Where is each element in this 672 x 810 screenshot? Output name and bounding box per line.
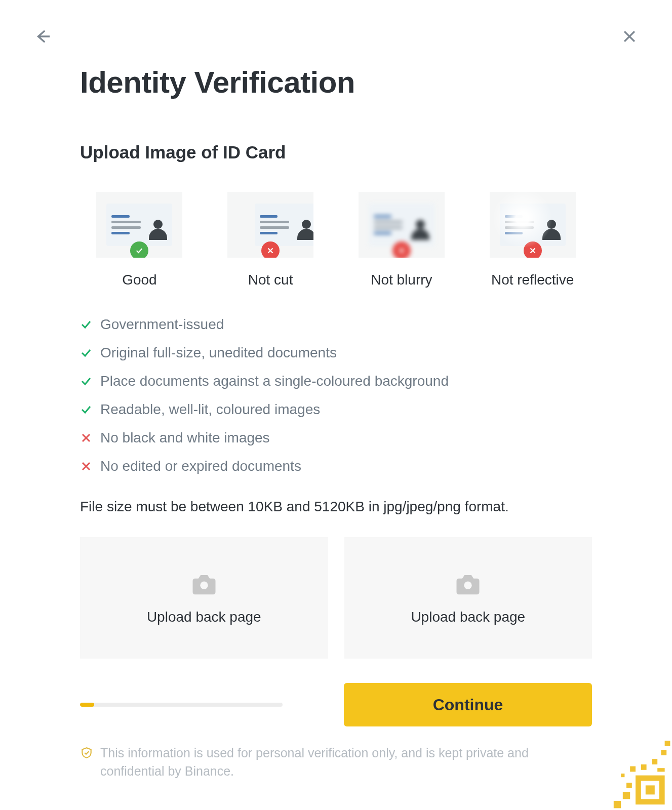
upload-front-label: Upload back page	[147, 609, 261, 625]
svg-rect-9	[652, 759, 657, 764]
progress-bar	[80, 703, 283, 707]
svg-point-0	[200, 582, 208, 589]
page-title: Identity Verification	[80, 65, 592, 100]
example-good: Good	[80, 192, 199, 288]
check-icon	[80, 347, 92, 359]
requirement-text: Government-issued	[100, 316, 224, 333]
camera-icon	[190, 571, 218, 595]
file-size-note: File size must be between 10KB and 5120K…	[80, 499, 592, 515]
example-not-cut: Not cut	[211, 192, 330, 288]
requirement-text: Readable, well-lit, coloured images	[100, 401, 320, 418]
svg-rect-14	[621, 774, 624, 777]
x-icon	[392, 241, 411, 258]
section-title: Upload Image of ID Card	[80, 142, 592, 163]
svg-rect-12	[657, 768, 664, 772]
requirement-item: Readable, well-lit, coloured images	[80, 401, 592, 418]
svg-rect-10	[661, 750, 666, 755]
svg-rect-11	[665, 741, 670, 746]
privacy-note: This information is used for personal ve…	[100, 744, 592, 781]
svg-rect-8	[641, 764, 647, 770]
requirement-text: No black and white images	[100, 430, 270, 446]
check-icon	[80, 375, 92, 387]
upload-back-box[interactable]: Upload back page	[344, 537, 592, 659]
svg-rect-13	[626, 783, 632, 788]
camera-icon	[454, 571, 482, 595]
example-label-not-blurry: Not blurry	[342, 272, 461, 288]
upload-back-label: Upload back page	[411, 609, 525, 625]
examples-row: Good Not cut	[80, 192, 592, 288]
requirement-item: Government-issued	[80, 316, 592, 333]
example-label-not-cut: Not cut	[211, 272, 330, 288]
requirement-text: Place documents against a single-coloure…	[100, 373, 449, 389]
requirement-item: Original full-size, unedited documents	[80, 345, 592, 361]
x-icon	[524, 241, 542, 258]
svg-point-1	[464, 582, 472, 589]
x-icon	[80, 460, 92, 472]
example-label-not-reflective: Not reflective	[473, 272, 592, 288]
example-not-reflective: Not reflective	[473, 192, 592, 288]
x-icon	[261, 241, 280, 258]
requirement-item: No edited or expired documents	[80, 458, 592, 474]
check-icon	[80, 403, 92, 416]
svg-rect-6	[614, 801, 621, 808]
example-label-good: Good	[80, 272, 199, 288]
upload-front-box[interactable]: Upload back page	[80, 537, 328, 659]
qr-code-icon	[581, 719, 672, 810]
requirement-text: Original full-size, unedited documents	[100, 345, 337, 361]
x-icon	[80, 432, 92, 444]
example-not-blurry: Not blurry	[342, 192, 461, 288]
requirements-list: Government-issuedOriginal full-size, une…	[80, 316, 592, 474]
shield-check-icon	[80, 746, 93, 759]
requirement-text: No edited or expired documents	[100, 458, 301, 474]
svg-rect-4	[646, 785, 655, 794]
requirement-item: Place documents against a single-coloure…	[80, 373, 592, 389]
check-icon	[80, 318, 92, 331]
svg-rect-7	[630, 766, 636, 772]
continue-button[interactable]: Continue	[344, 683, 592, 726]
svg-rect-5	[623, 792, 630, 799]
requirement-item: No black and white images	[80, 430, 592, 446]
checkmark-icon	[130, 241, 148, 258]
